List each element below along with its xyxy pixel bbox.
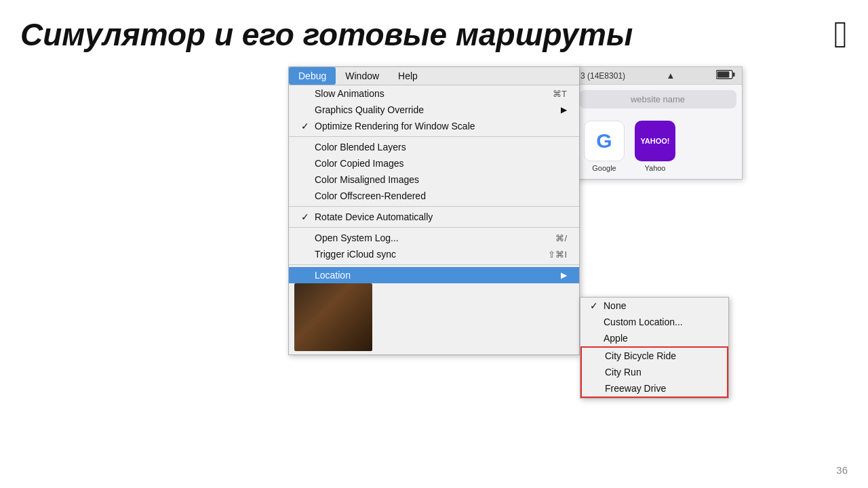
- check-none: ✓: [590, 300, 604, 311]
- separator-1: [289, 136, 579, 137]
- location-item-apple[interactable]: Apple: [580, 330, 728, 346]
- slow-animations-shortcut: ⌘T: [553, 89, 567, 99]
- slide-number: 36: [836, 464, 848, 476]
- title-area: Симулятор и его готовые маршруты : [0, 0, 868, 63]
- location-highlighted-group: City Bicycle Ride City Run Freeway Drive: [580, 346, 728, 398]
- check-optimize: ✓: [301, 121, 315, 131]
- location-custom-label: Custom Location...: [604, 317, 683, 327]
- device-title-bar: 3 (14E8301) ▲: [574, 67, 742, 85]
- menu-item-color-copied[interactable]: Color Copied Images: [289, 155, 579, 171]
- location-city-run-label: City Run: [605, 367, 642, 378]
- simulator-device-panel: 3 (14E8301) ▲ website name G: [573, 66, 743, 180]
- color-copied-label: Color Copied Images: [315, 158, 567, 169]
- device-photo: [294, 283, 372, 351]
- menu-item-color-offscreen[interactable]: Color Offscreen-Rendered: [289, 188, 579, 204]
- menu-item-rotate-device[interactable]: ✓ Rotate Device Automatically: [289, 209, 579, 225]
- menu-item-graphics-quality[interactable]: Graphics Quality Override ▶: [289, 102, 579, 118]
- menu-item-slow-animations[interactable]: Slow Animations ⌘T: [289, 85, 579, 102]
- location-arrow-icon: ▶: [561, 270, 567, 280]
- yahoo-label: Yahoo: [645, 164, 666, 172]
- device-search-bar[interactable]: website name: [579, 90, 736, 108]
- trigger-icloud-label: Trigger iCloud sync: [315, 249, 528, 260]
- open-log-label: Open System Log...: [315, 232, 535, 243]
- location-label: Location: [315, 270, 554, 281]
- location-item-bicycle-ride[interactable]: City Bicycle Ride: [582, 348, 727, 364]
- menu-bar-help[interactable]: Help: [389, 67, 427, 85]
- open-log-shortcut: ⌘/: [555, 233, 567, 243]
- menu-item-color-misaligned[interactable]: Color Misaligned Images: [289, 171, 579, 188]
- svg-rect-2: [717, 72, 729, 78]
- svg-rect-1: [732, 73, 734, 77]
- location-apple-label: Apple: [604, 333, 628, 344]
- google-label: Google: [592, 164, 616, 172]
- menu-item-location[interactable]: Location ▶: [289, 267, 579, 283]
- content-area: Debug Window Help Slow Animations ⌘T Gra…: [0, 63, 868, 355]
- location-submenu: ✓ None Custom Location... Apple City Bic…: [580, 297, 729, 399]
- location-item-none[interactable]: ✓ None: [580, 298, 728, 314]
- search-input[interactable]: website name: [579, 90, 736, 108]
- trigger-icloud-shortcut: ⇧⌘I: [548, 249, 567, 260]
- google-icon[interactable]: G: [584, 121, 625, 161]
- menu-bar-debug[interactable]: Debug: [289, 67, 336, 85]
- location-none-label: None: [604, 300, 626, 311]
- slow-animations-label: Slow Animations: [315, 88, 532, 99]
- color-blended-label: Color Blended Layers: [315, 142, 567, 152]
- debug-menu: Debug Window Help Slow Animations ⌘T Gra…: [288, 66, 580, 355]
- menu-item-color-blended[interactable]: Color Blended Layers: [289, 139, 579, 155]
- apple-logo-icon: : [834, 12, 848, 56]
- location-freeway-label: Freeway Drive: [605, 383, 666, 394]
- separator-2: [289, 206, 579, 207]
- location-item-freeway-drive[interactable]: Freeway Drive: [582, 380, 727, 396]
- menu-item-optimize-rendering[interactable]: ✓ Optimize Rendering for Window Scale: [289, 118, 579, 134]
- page-title: Симулятор и его готовые маршруты: [20, 16, 827, 53]
- google-g-blue: G: [596, 129, 612, 152]
- device-title-text: 3 (14E8301): [580, 71, 625, 81]
- color-offscreen-label: Color Offscreen-Rendered: [315, 190, 567, 201]
- separator-3: [289, 227, 579, 228]
- location-item-city-run[interactable]: City Run: [582, 364, 727, 380]
- menu-bar-window[interactable]: Window: [336, 67, 389, 85]
- yahoo-icon[interactable]: YAHOO!: [635, 121, 675, 161]
- location-item-custom[interactable]: Custom Location...: [580, 314, 728, 330]
- battery-icon: [716, 70, 735, 81]
- menu-bar: Debug Window Help: [289, 67, 579, 85]
- menu-item-open-log[interactable]: Open System Log... ⌘/: [289, 230, 579, 246]
- simulator-wrapper: Debug Window Help Slow Animations ⌘T Gra…: [288, 66, 580, 355]
- device-icons-row: G Google YAHOO! Yahoo: [574, 114, 742, 179]
- google-icon-item: G Google: [584, 121, 625, 172]
- menu-item-trigger-icloud[interactable]: Trigger iCloud sync ⇧⌘I: [289, 246, 579, 262]
- color-misaligned-label: Color Misaligned Images: [315, 174, 567, 185]
- graphics-arrow-icon: ▶: [561, 105, 567, 115]
- yahoo-text: YAHOO!: [641, 137, 670, 145]
- rotate-device-label: Rotate Device Automatically: [315, 211, 567, 222]
- check-rotate: ✓: [301, 211, 315, 222]
- device-signal-icon: ▲: [667, 70, 675, 81]
- location-bicycle-label: City Bicycle Ride: [605, 350, 676, 361]
- optimize-rendering-label: Optimize Rendering for Window Scale: [315, 121, 567, 131]
- graphics-quality-label: Graphics Quality Override: [315, 104, 554, 115]
- separator-4: [289, 264, 579, 265]
- yahoo-icon-item: YAHOO! Yahoo: [635, 121, 675, 172]
